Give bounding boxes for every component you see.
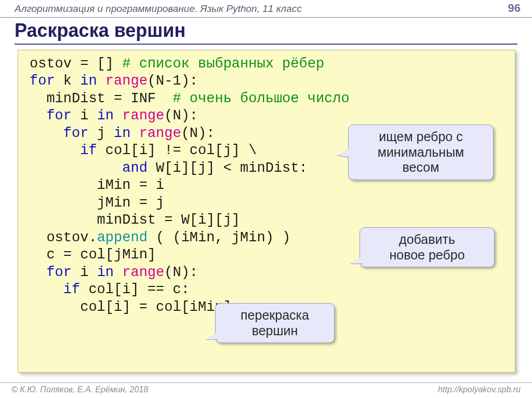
callout-text: вершин <box>252 323 298 338</box>
callout-add-edge: добавить новое ребро <box>360 227 495 267</box>
header-bar: Алгоритмизация и программирование. Язык … <box>0 0 532 18</box>
copyright-label: © К.Ю. Поляков, Е.А. Ерёмин, 2018 <box>11 385 148 398</box>
callout-text: ищем ребро с <box>379 129 462 144</box>
page-title: Раскраска вершин <box>15 20 517 45</box>
source-url-label: http://kpolyakov.spb.ru <box>438 385 521 398</box>
footer-bar: © К.Ю. Поляков, Е.А. Ерёмин, 2018 http:/… <box>0 382 532 398</box>
callout-text: весом <box>403 160 440 174</box>
callout-text: перекраска <box>241 308 309 322</box>
callout-tail-icon <box>351 255 363 264</box>
callout-recolor-vertices: перекраска вершин <box>215 303 335 343</box>
course-label: Алгоритмизация и программирование. Язык … <box>15 3 302 14</box>
code-text: ostov = [] # список выбранных рёбер for … <box>30 56 503 316</box>
callout-tail-icon <box>206 331 219 339</box>
callout-min-weight-edge: ищем ребро с минимальным весом <box>348 125 494 180</box>
callout-text: новое ребро <box>389 248 464 262</box>
slide: Алгоритмизация и программирование. Язык … <box>0 0 532 398</box>
callout-text: минимальным <box>378 145 464 159</box>
callout-text: добавить <box>399 232 455 246</box>
page-number: 96 <box>508 2 521 15</box>
callout-tail-icon <box>337 148 350 157</box>
